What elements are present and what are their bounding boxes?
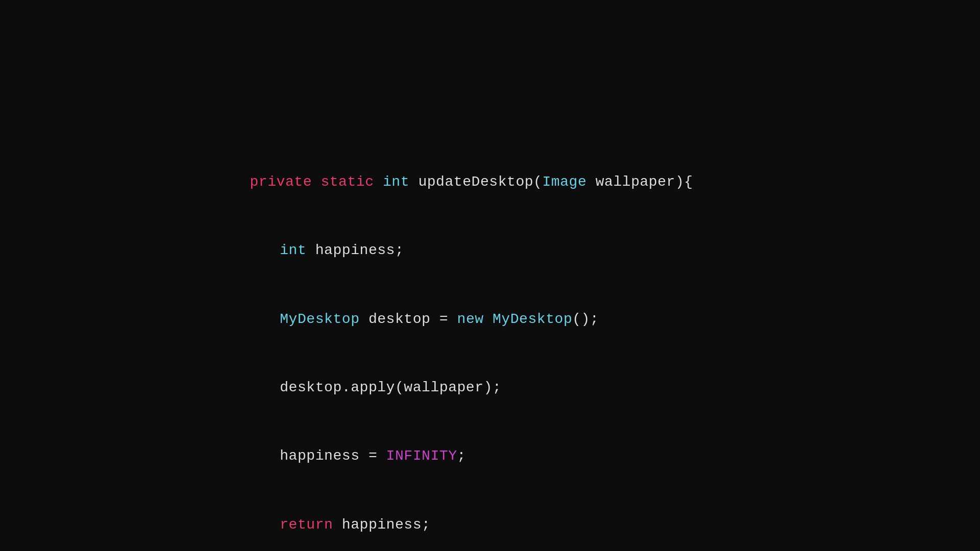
class-image: Image [542,174,586,190]
class-mydesktop-2: MyDesktop [493,311,572,327]
code-line-1: private static int updateDesktop(Image w… [214,148,693,216]
code-line-4: desktop.apply(wallpaper); [244,354,693,422]
code-block: private static int updateDesktop(Image w… [214,148,693,551]
constant-infinity: INFINITY [386,448,457,464]
keyword-private: private [250,174,312,190]
code-line-6: return happiness; [244,491,693,551]
keyword-return: return [280,517,333,533]
keyword-int-1: int [383,174,409,190]
keyword-static: static [321,174,374,190]
code-line-2: int happiness; [244,216,693,285]
code-line-3: MyDesktop desktop = new MyDesktop(); [244,285,693,354]
class-mydesktop-1: MyDesktop [280,311,359,327]
code-line-5: happiness = INFINITY; [244,422,693,491]
keyword-int-2: int [280,242,306,258]
keyword-new: new [457,311,484,327]
